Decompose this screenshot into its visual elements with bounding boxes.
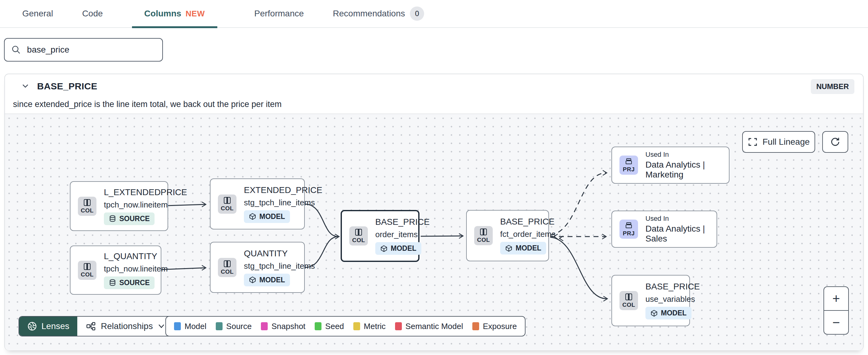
lineage-node-quantity[interactable]: COL QUANTITY stg_tpch_line_items MODEL — [210, 242, 305, 293]
full-lineage-button[interactable]: Full Lineage — [742, 131, 815, 153]
node-title: BASE_PRICE — [375, 217, 430, 227]
node-title: L_QUANTITY — [104, 252, 157, 261]
column-chip: COL — [78, 197, 96, 216]
lenses-button[interactable]: Lenses — [19, 317, 77, 336]
tab-columns-label: Columns — [144, 9, 182, 19]
recommendations-count-badge: 0 — [410, 6, 424, 21]
node-subtitle: fct_order_items — [500, 230, 556, 239]
lineage-node-base-price-fct-order-items[interactable]: COL BASE_PRICE fct_order_items MODEL — [466, 210, 549, 261]
tab-bar: General Code Columns NEW Performance Rec… — [0, 0, 868, 28]
resource-badge-model: MODEL — [500, 242, 546, 255]
zoom-control: + − — [824, 286, 849, 334]
column-title: BASE_PRICE — [37, 81, 97, 92]
project-chip: PRJ — [619, 219, 638, 239]
refresh-icon — [830, 137, 841, 148]
columns-icon — [83, 263, 91, 271]
tab-performance[interactable]: Performance — [254, 0, 304, 28]
column-description: since extended_price is the line item to… — [13, 99, 282, 109]
legend-item-exposure: Exposure — [472, 322, 517, 331]
legend-swatch — [353, 322, 360, 330]
node-subtitle: stg_tpch_line_items — [244, 198, 315, 207]
node-title: Data Analytics | Marketing — [645, 160, 721, 180]
database-icon — [109, 279, 116, 286]
node-title: EXTENDED_PRICE — [244, 185, 322, 195]
columns-icon — [625, 293, 633, 301]
lineage-node-extended-price[interactable]: COL EXTENDED_PRICE stg_tpch_line_items M… — [210, 178, 305, 230]
tab-recommendations-label: Recommendations — [333, 9, 405, 19]
resource-badge-source: SOURCE — [104, 212, 155, 225]
column-chip: COL — [474, 226, 493, 245]
node-subtitle: order_items — [375, 230, 417, 239]
used-in-label: Used In — [645, 151, 669, 159]
cube-icon — [505, 245, 513, 252]
resource-badge-model: MODEL — [244, 210, 290, 223]
lineage-canvas[interactable]: COL L_EXTENDEDPRICE tpch_now.lineitem SO… — [5, 114, 863, 350]
expand-icon — [748, 137, 757, 147]
aperture-icon — [27, 321, 37, 331]
legend-item-source: Source — [216, 322, 252, 331]
lenses-group: Lenses Relationships — [19, 316, 174, 336]
lineage-node-l-extendedprice[interactable]: COL L_EXTENDEDPRICE tpch_now.lineitem SO… — [70, 181, 168, 231]
columns-icon — [223, 260, 231, 268]
legend-swatch — [315, 322, 321, 330]
refresh-button[interactable] — [822, 131, 848, 153]
legend-swatch — [261, 322, 268, 330]
database-icon — [109, 215, 116, 223]
cube-icon — [249, 276, 256, 284]
legend-item-metric: Metric — [353, 322, 386, 331]
tab-code[interactable]: Code — [82, 0, 103, 28]
column-type-badge: NUMBER — [811, 79, 855, 94]
cube-icon — [249, 213, 256, 220]
legend-item-model: Model — [174, 322, 207, 331]
resource-badge-model: MODEL — [645, 307, 691, 320]
search-input[interactable] — [27, 45, 155, 55]
project-chip: PRJ — [619, 155, 638, 175]
relationships-dropdown[interactable]: Relationships — [77, 317, 174, 336]
legend-swatch — [216, 322, 223, 330]
node-title: BASE_PRICE — [500, 217, 555, 227]
lineage-edges — [5, 114, 863, 350]
columns-icon — [354, 228, 363, 236]
node-title: L_EXTENDEDPRICE — [104, 187, 187, 197]
legend-swatch — [395, 322, 402, 330]
project-icon — [625, 157, 633, 166]
node-title: BASE_PRICE — [645, 282, 700, 292]
zoom-out-button[interactable]: − — [824, 311, 848, 334]
cube-icon — [380, 245, 388, 252]
column-chip: COL — [218, 258, 237, 277]
resource-badge-model: MODEL — [244, 274, 290, 286]
columns-icon — [479, 228, 488, 236]
lineage-node-used-in-marketing[interactable]: PRJ Used In Data Analytics | Marketing — [612, 147, 730, 184]
legend-item-seed: Seed — [315, 322, 344, 331]
lineage-node-l-quantity[interactable]: COL L_QUANTITY tpch_now.lineitem SOURCE — [70, 245, 161, 295]
search-icon — [11, 45, 21, 55]
search-container — [4, 38, 163, 62]
chevron-down-icon — [158, 324, 165, 329]
column-chip: COL — [349, 226, 368, 245]
lineage-node-used-in-sales[interactable]: PRJ Used In Data Analytics | Sales — [612, 211, 717, 248]
columns-icon — [83, 199, 91, 207]
tab-columns[interactable]: Columns NEW — [132, 0, 217, 28]
relationships-icon — [86, 321, 96, 331]
node-title: QUANTITY — [244, 248, 288, 259]
resource-badge-source: SOURCE — [104, 276, 155, 289]
column-chip: COL — [218, 195, 237, 214]
resource-badge-model: MODEL — [375, 242, 421, 255]
legend-item-snapshot: Snapshot — [261, 322, 305, 331]
column-chip: COL — [78, 261, 96, 280]
node-subtitle: use_variables — [645, 294, 695, 304]
tab-recommendations[interactable]: Recommendations 0 — [333, 0, 424, 28]
legend-swatch — [472, 322, 479, 330]
chevron-down-icon[interactable] — [21, 84, 30, 89]
lineage-node-base-price-order-items[interactable]: COL BASE_PRICE order_items MODEL — [341, 210, 420, 262]
tab-general[interactable]: General — [22, 0, 53, 28]
active-tab-underline — [132, 26, 217, 28]
lineage-node-base-price-use-variables[interactable]: COL BASE_PRICE use_variables MODEL — [612, 275, 690, 326]
column-chip: COL — [619, 291, 638, 310]
node-subtitle: tpch_now.lineitem — [104, 200, 168, 210]
cube-icon — [650, 309, 658, 317]
node-subtitle: stg_tpch_line_items — [244, 261, 315, 271]
legend-item-semantic-model: Semantic Model — [395, 322, 463, 331]
node-title: Data Analytics | Sales — [645, 224, 709, 244]
zoom-in-button[interactable]: + — [824, 287, 848, 311]
